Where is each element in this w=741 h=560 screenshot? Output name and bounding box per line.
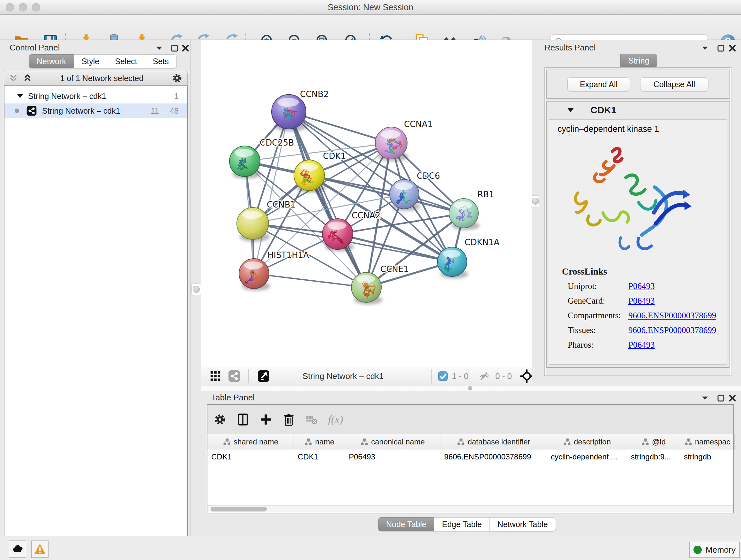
close-window-button[interactable] <box>6 3 14 11</box>
float-window-icon <box>717 44 725 52</box>
network-node-CCNA1[interactable] <box>375 127 408 161</box>
delete-column-button[interactable] <box>282 413 295 426</box>
show-column-button[interactable] <box>236 413 250 426</box>
results-panel-title: Results Panel <box>544 43 596 53</box>
table-cell[interactable]: cyclin-dependent ... <box>547 449 627 464</box>
node-label-CDKN1A: CDKN1A <box>465 238 499 247</box>
cloud-button[interactable] <box>9 541 26 558</box>
column-header[interactable]: canonical name <box>345 434 441 449</box>
tab-select[interactable]: Select <box>107 54 145 68</box>
tab-network[interactable]: Network <box>29 54 74 68</box>
network-edge[interactable] <box>254 273 366 287</box>
panel-float-button[interactable] <box>171 44 179 52</box>
panel-close-button[interactable] <box>728 394 737 402</box>
minimize-window-button[interactable] <box>19 3 27 11</box>
chevron-down-icon <box>701 394 709 402</box>
network-row[interactable]: String Network – cdk1 11 48 <box>4 104 187 118</box>
network-node-CCNA2[interactable] <box>322 219 354 252</box>
divider-dot-handle[interactable] <box>468 386 472 390</box>
panel-float-button[interactable] <box>717 394 725 402</box>
node-label-CDC6: CDC6 <box>417 171 440 181</box>
table-horizontal-scrollbar[interactable] <box>207 505 733 513</box>
divider-handle[interactable] <box>192 284 201 295</box>
column-tree-icon <box>457 438 465 446</box>
panel-menu-button[interactable] <box>155 44 163 52</box>
table-options-button[interactable] <box>213 413 226 426</box>
network-collection-row[interactable]: String Network – cdk1 1 <box>4 89 187 104</box>
close-icon <box>728 394 737 402</box>
column-header[interactable]: @id <box>627 434 680 449</box>
memory-button[interactable]: Memory <box>689 542 740 558</box>
column-header[interactable]: description <box>547 434 627 449</box>
tab-network-table[interactable]: Network Table <box>490 517 556 531</box>
delete-table-icon <box>305 413 319 426</box>
crosslink-label: Tissues: <box>568 325 628 335</box>
collapse-all-networks-button[interactable] <box>9 73 18 83</box>
divider-handle[interactable] <box>531 195 540 207</box>
tab-node-table[interactable]: Node Table <box>378 517 434 531</box>
scrollbar-thumb[interactable] <box>211 507 267 511</box>
selected-nodes-checkbox[interactable] <box>438 369 448 383</box>
crosslink-link[interactable]: 9606.ENSP00000378699 <box>628 325 716 335</box>
column-tree-icon <box>360 438 368 446</box>
expand-all-networks-button[interactable] <box>23 73 32 83</box>
birdseye-view-button[interactable] <box>209 369 221 383</box>
panel-float-button[interactable] <box>717 44 725 52</box>
network-node-CCNB1[interactable] <box>237 207 270 242</box>
network-options-button[interactable] <box>172 72 183 84</box>
panel-menu-button[interactable] <box>701 394 709 402</box>
string-style-button[interactable] <box>228 369 241 383</box>
panel-close-button[interactable] <box>728 44 737 52</box>
tab-style[interactable]: Style <box>74 54 108 68</box>
network-node-CDK1[interactable] <box>294 160 326 193</box>
crosslink-link[interactable]: P06493 <box>628 281 655 291</box>
crosslink-link[interactable]: P06493 <box>628 340 655 350</box>
table-row[interactable]: CDK1CDK1P064939606.ENSP00000378699cyclin… <box>207 449 733 464</box>
network-node-HIST1H1A[interactable] <box>239 259 270 291</box>
create-column-button[interactable] <box>259 413 273 426</box>
column-tree-icon <box>223 438 231 446</box>
tab-edge-table[interactable]: Edge Table <box>434 517 490 531</box>
network-view[interactable]: CCNB2CCNA1CDC25BCDK1CDC6RB1CCNB1CCNA2CDK… <box>201 40 532 366</box>
table-header-row: shared namenamecanonical namedatabase id… <box>207 434 733 450</box>
selected-counts: 1 - 0 <box>452 369 468 383</box>
tab-string[interactable]: String <box>620 54 657 68</box>
panel-divider[interactable] <box>532 40 539 386</box>
table-cell[interactable]: stringdb:9... <box>627 449 680 464</box>
network-node-CDC25B[interactable] <box>229 146 261 179</box>
network-node-RB1[interactable] <box>449 199 480 230</box>
table-cell[interactable]: CDK1 <box>294 449 345 464</box>
collapse-all-button[interactable]: Collapse All <box>640 77 709 91</box>
warnings-button[interactable] <box>31 541 49 558</box>
footer-separator <box>517 369 517 383</box>
column-header[interactable]: database identifier <box>441 434 547 449</box>
network-node-CCNE1[interactable] <box>351 272 383 305</box>
open-in-browser-button[interactable] <box>257 369 270 383</box>
zoom-window-button[interactable] <box>32 3 40 11</box>
hidden-elements-button[interactable] <box>478 369 491 383</box>
crosslink-link[interactable]: P06493 <box>628 296 655 306</box>
column-header[interactable]: shared name <box>207 434 294 449</box>
panel-menu-button[interactable] <box>701 44 709 52</box>
column-header[interactable]: namespac <box>680 434 735 449</box>
panel-close-button[interactable] <box>181 44 190 52</box>
network-node-CCNB2[interactable] <box>272 95 307 132</box>
chevron-down-icon <box>155 44 163 52</box>
table-cell[interactable]: P06493 <box>345 449 441 464</box>
network-edge[interactable] <box>289 112 366 287</box>
table-cell[interactable]: stringdb <box>680 449 735 464</box>
horizontal-divider[interactable] <box>201 386 741 391</box>
panel-divider[interactable] <box>191 40 201 386</box>
columns-icon <box>236 413 250 426</box>
network-canvas[interactable]: CCNB2CCNA1CDC25BCDK1CDC6RB1CCNB1CCNA2CDK… <box>201 40 532 366</box>
network-edge[interactable] <box>254 112 289 273</box>
network-node-CDKN1A[interactable] <box>437 247 468 278</box>
table-cell[interactable]: 9606.ENSP00000378699 <box>441 449 547 464</box>
crosslink-link[interactable]: 9606.ENSP00000378699 <box>628 311 716 320</box>
table-cell[interactable]: CDK1 <box>207 449 294 464</box>
column-header[interactable]: name <box>294 434 345 449</box>
network-node-CDC6[interactable] <box>390 179 420 211</box>
tab-sets[interactable]: Sets <box>145 54 177 68</box>
expand-all-button[interactable]: Expand All <box>567 77 630 91</box>
collapse-entry-icon[interactable] <box>567 106 575 114</box>
